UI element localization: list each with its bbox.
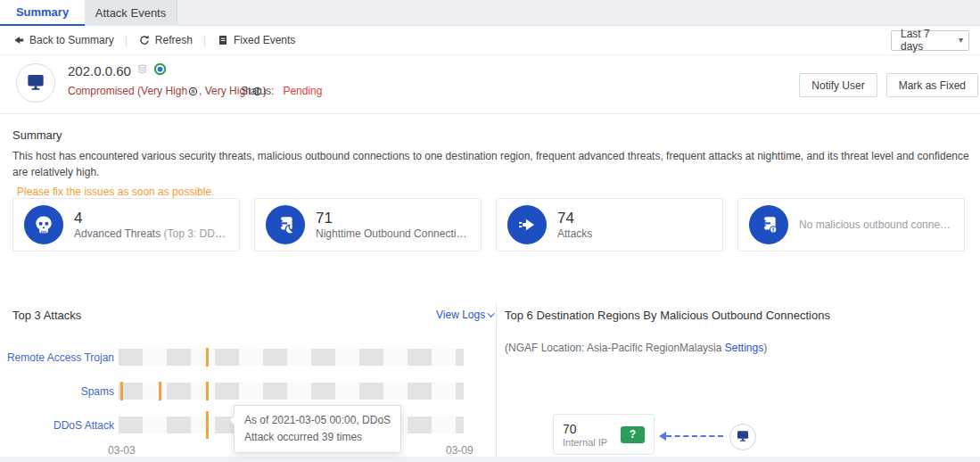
- internal-ip-label: Internal IP: [563, 437, 607, 448]
- back-to-summary-button[interactable]: Back to Summary: [12, 34, 114, 46]
- stat-cards: 4 Advanced Threats (Top 3: DDoS Atta... …: [12, 198, 965, 252]
- row-label-spams[interactable]: Spams: [0, 385, 114, 398]
- bottom-scroll-strip: [0, 457, 980, 462]
- summary-section: Summary This host has encountered variou…: [12, 128, 971, 198]
- host-header: 202.0.0.60 Compromised (Very High , Very…: [0, 55, 980, 114]
- stack-icon: [136, 62, 149, 79]
- monitor-icon: [24, 70, 47, 96]
- host-ip-row: 202.0.0.60: [68, 62, 167, 79]
- settings-link[interactable]: Settings: [725, 342, 763, 354]
- tab-summary[interactable]: Summary: [0, 0, 85, 26]
- severity-level-1: (Very High: [137, 85, 187, 97]
- security-dashboard-page: Summary Attack Events Back to Summary | …: [0, 0, 980, 462]
- nighttime-outbound-count: 71: [316, 210, 470, 227]
- tooltip-line-1: As of 2021-03-05 00:00, DDoS: [244, 412, 391, 429]
- attack-arrow-icon: [507, 205, 547, 244]
- view-logs-link[interactable]: View Logs: [436, 309, 495, 321]
- notify-user-button[interactable]: Notify User: [799, 73, 877, 97]
- row-label-ddos-attack[interactable]: DDoS Attack: [0, 419, 114, 432]
- toolbar: Back to Summary | Refresh | Fixed Events…: [0, 26, 980, 55]
- timeline-track-spams[interactable]: [119, 383, 464, 400]
- connector-arrowhead-icon: [659, 432, 666, 441]
- chevron-down-icon: ▾: [959, 35, 963, 45]
- chevron-down-icon: [487, 309, 494, 317]
- time-range-value: Last 7 days: [901, 28, 951, 53]
- ngaf-location-prefix: (NGAF Location: Asia-Pacific RegionMalay…: [505, 342, 725, 354]
- event-tick[interactable]: [206, 382, 209, 400]
- summary-warning: Please fix the issues as soon as possibl…: [12, 186, 971, 198]
- back-arrow-icon: [12, 34, 25, 46]
- timeline-track-remote-access-trojan[interactable]: [119, 349, 464, 366]
- advanced-threats-sublabel: (Top 3: DDoS Atta...: [164, 227, 228, 240]
- destination-regions-title: Top 6 Destination Regions By Malicious O…: [505, 309, 830, 322]
- nighttime-outbound-label: Nighttime Outbound Connections: [316, 227, 470, 240]
- advanced-threats-label: Advanced Threats: [74, 227, 164, 240]
- threat-intel-badge-icon: [153, 62, 167, 79]
- panel-divider: [496, 303, 497, 457]
- fixed-events-label: Fixed Events: [234, 34, 295, 46]
- refresh-label: Refresh: [155, 34, 193, 46]
- attacks-label: Attacks: [557, 227, 592, 240]
- internal-ip-count: 70: [563, 421, 607, 437]
- tab-bar: Summary Attack Events: [0, 0, 980, 26]
- event-tick[interactable]: [206, 411, 209, 439]
- no-outbound-icon: [749, 205, 788, 244]
- host-actions: Notify User Mark as Fixed: [799, 73, 978, 97]
- fixed-events-doc-icon: [217, 34, 229, 46]
- advanced-threats-card[interactable]: 4 Advanced Threats (Top 3: DDoS Atta...: [12, 198, 240, 252]
- view-logs-label: View Logs: [436, 309, 485, 321]
- status-label: Status:: [241, 85, 274, 97]
- internal-ip-node[interactable]: 70 Internal IP ?: [553, 414, 655, 455]
- tooltip-line-2: Attack occurred 39 times: [244, 429, 391, 446]
- summary-heading: Summary: [12, 128, 971, 142]
- time-range-select[interactable]: Last 7 days ▾: [891, 30, 969, 51]
- help-badge[interactable]: ?: [621, 426, 645, 443]
- mark-as-fixed-button[interactable]: Mark as Fixed: [886, 73, 978, 97]
- skull-icon: [24, 205, 63, 244]
- monitor-icon: [735, 427, 751, 447]
- status-badge: Pending: [283, 85, 322, 97]
- severity-line: Compromised (Very High , Very High ): [68, 85, 267, 97]
- attacks-card[interactable]: 74 Attacks: [496, 198, 723, 252]
- no-outbound-label: No malicious outbound connections: [799, 219, 953, 231]
- advanced-threats-count: 4: [74, 210, 228, 227]
- severity-status: Compromised: [68, 85, 135, 97]
- attacks-count: 74: [557, 210, 592, 227]
- row-label-remote-access-trojan[interactable]: Remote Access Trojan: [0, 351, 114, 364]
- ngaf-location-suffix: ): [763, 342, 767, 354]
- top-attacks-title: Top 3 Attacks: [12, 309, 81, 322]
- toolbar-separator: |: [203, 34, 206, 46]
- x-axis-end-label: 03-09: [446, 444, 474, 457]
- chart-tooltip: As of 2021-03-05 00:00, DDoS Attack occu…: [234, 405, 401, 453]
- event-tick[interactable]: [159, 382, 161, 400]
- tab-attack-events[interactable]: Attack Events: [85, 0, 177, 26]
- host-ip: 202.0.0.60: [68, 63, 131, 78]
- no-outbound-card[interactable]: No malicious outbound connections: [737, 198, 965, 252]
- ngaf-location-line: (NGAF Location: Asia-Pacific RegionMalay…: [505, 342, 767, 354]
- refresh-icon: [138, 34, 151, 46]
- event-tick[interactable]: [206, 348, 209, 367]
- nighttime-outbound-icon: [266, 205, 305, 244]
- fixed-events-button[interactable]: Fixed Events: [217, 34, 295, 46]
- nighttime-outbound-card[interactable]: 71 Nighttime Outbound Connections (Ni...: [254, 198, 482, 252]
- event-tick[interactable]: [120, 382, 123, 400]
- status-row: Status: Pending: [241, 85, 322, 97]
- toolbar-separator: |: [125, 34, 128, 46]
- severity-gauge-icon: [188, 87, 198, 96]
- dashed-connector: [666, 435, 723, 437]
- back-to-summary-label: Back to Summary: [29, 34, 114, 46]
- avatar: [16, 63, 55, 103]
- x-axis-start-label: 03-03: [108, 444, 136, 457]
- summary-description: This host has encountered various securi…: [12, 148, 971, 180]
- host-node-circle[interactable]: [729, 424, 756, 450]
- refresh-button[interactable]: Refresh: [138, 34, 193, 46]
